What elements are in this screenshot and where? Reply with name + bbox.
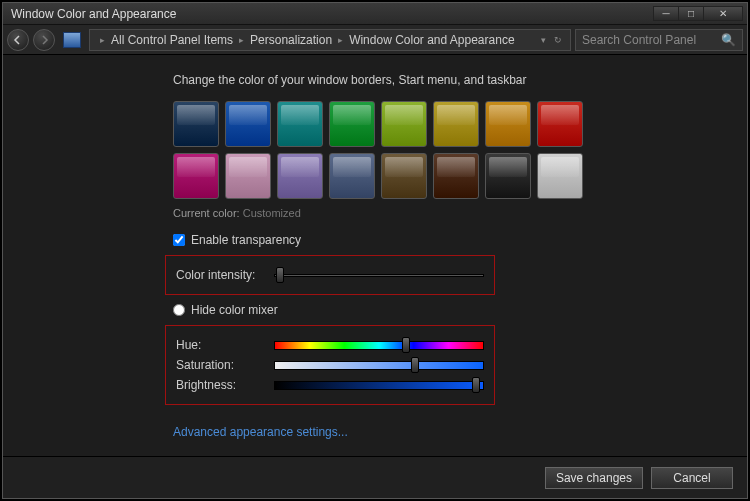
color-swatch[interactable] xyxy=(329,101,375,147)
current-color-value: Customized xyxy=(243,207,301,219)
color-swatch[interactable] xyxy=(381,153,427,199)
color-swatch[interactable] xyxy=(277,101,323,147)
saturation-row: Saturation: xyxy=(176,358,484,372)
color-intensity-slider[interactable] xyxy=(274,270,484,280)
saturation-slider[interactable] xyxy=(274,360,484,370)
slider-thumb[interactable] xyxy=(411,357,419,373)
color-swatch[interactable] xyxy=(485,153,531,199)
chevron-right-icon: ▸ xyxy=(100,35,105,45)
swatch-row xyxy=(173,153,583,199)
breadcrumb-item[interactable]: Personalization xyxy=(250,33,332,47)
slider-thumb[interactable] xyxy=(276,267,284,283)
advanced-appearance-link[interactable]: Advanced appearance settings... xyxy=(173,425,348,439)
color-swatch[interactable] xyxy=(173,153,219,199)
search-input[interactable]: Search Control Panel 🔍 xyxy=(575,29,743,51)
close-button[interactable]: ✕ xyxy=(703,6,743,21)
hide-color-mixer-toggle[interactable]: Hide color mixer xyxy=(173,303,707,317)
chevron-down-icon[interactable]: ▾ xyxy=(541,35,546,45)
maximize-button[interactable]: □ xyxy=(678,6,704,21)
hue-slider[interactable] xyxy=(274,340,484,350)
color-swatch[interactable] xyxy=(225,153,271,199)
hue-row: Hue: xyxy=(176,338,484,352)
titlebar: Window Color and Appearance ─ □ ✕ xyxy=(3,3,747,25)
minimize-button[interactable]: ─ xyxy=(653,6,679,21)
enable-transparency-label: Enable transparency xyxy=(191,233,301,247)
color-swatch[interactable] xyxy=(485,101,531,147)
color-swatch[interactable] xyxy=(277,153,323,199)
color-swatch[interactable] xyxy=(433,101,479,147)
search-placeholder: Search Control Panel xyxy=(582,33,696,47)
color-intensity-row: Color intensity: xyxy=(176,268,484,282)
color-swatch[interactable] xyxy=(537,101,583,147)
swatch-row xyxy=(173,101,583,147)
brightness-slider[interactable] xyxy=(274,380,484,390)
color-swatch[interactable] xyxy=(537,153,583,199)
color-swatch[interactable] xyxy=(173,101,219,147)
slider-thumb[interactable] xyxy=(402,337,410,353)
window-frame: Window Color and Appearance ─ □ ✕ ▸ All … xyxy=(2,2,748,499)
color-mixer-group: Hue: Saturation: Brightness: xyxy=(165,325,495,405)
arrow-left-icon xyxy=(13,35,23,45)
color-intensity-label: Color intensity: xyxy=(176,268,266,282)
color-swatches xyxy=(173,101,707,199)
refresh-icon[interactable]: ↻ xyxy=(554,35,562,45)
nav-back-button[interactable] xyxy=(7,29,29,51)
control-panel-icon xyxy=(63,32,81,48)
color-swatch[interactable] xyxy=(381,101,427,147)
chevron-right-icon: ▸ xyxy=(239,35,244,45)
radio-icon[interactable] xyxy=(173,304,185,316)
color-swatch[interactable] xyxy=(225,101,271,147)
checkbox-icon[interactable] xyxy=(173,234,185,246)
arrow-right-icon xyxy=(39,35,49,45)
current-color-label: Current color: xyxy=(173,207,240,219)
slider-thumb[interactable] xyxy=(472,377,480,393)
breadcrumb-item[interactable]: Window Color and Appearance xyxy=(349,33,514,47)
hide-color-mixer-label: Hide color mixer xyxy=(191,303,278,317)
breadcrumb-item[interactable]: All Control Panel Items xyxy=(111,33,233,47)
current-color: Current color: Customized xyxy=(173,207,707,219)
content-area: Change the color of your window borders,… xyxy=(3,55,747,456)
color-swatch[interactable] xyxy=(433,153,479,199)
color-intensity-group: Color intensity: xyxy=(165,255,495,295)
enable-transparency-checkbox[interactable]: Enable transparency xyxy=(173,233,707,247)
color-swatch[interactable] xyxy=(329,153,375,199)
cancel-button[interactable]: Cancel xyxy=(651,467,733,489)
address-bar: ▸ All Control Panel Items ▸ Personalizat… xyxy=(3,25,747,55)
chevron-right-icon: ▸ xyxy=(338,35,343,45)
footer: Save changes Cancel xyxy=(3,456,747,498)
window-title: Window Color and Appearance xyxy=(7,7,654,21)
breadcrumb[interactable]: ▸ All Control Panel Items ▸ Personalizat… xyxy=(89,29,571,51)
save-changes-button[interactable]: Save changes xyxy=(545,467,643,489)
saturation-label: Saturation: xyxy=(176,358,266,372)
page-heading: Change the color of your window borders,… xyxy=(173,73,707,87)
brightness-row: Brightness: xyxy=(176,378,484,392)
nav-forward-button[interactable] xyxy=(33,29,55,51)
brightness-label: Brightness: xyxy=(176,378,266,392)
search-icon: 🔍 xyxy=(721,33,736,47)
hue-label: Hue: xyxy=(176,338,266,352)
